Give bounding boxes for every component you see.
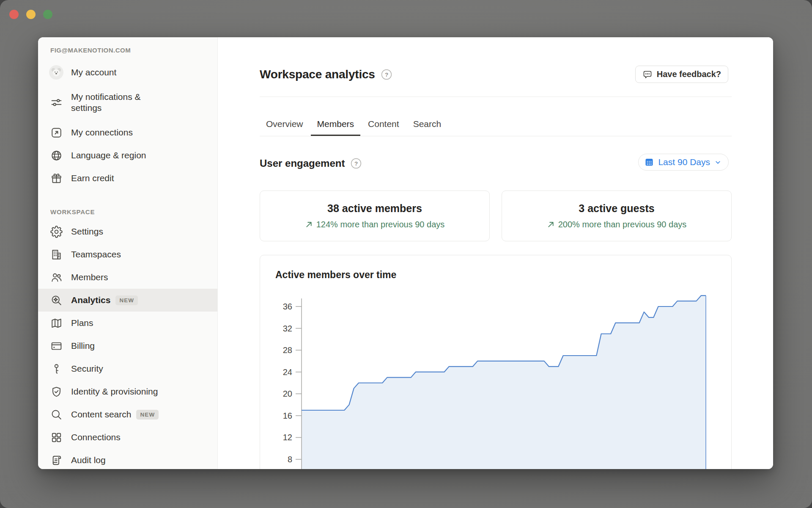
arrow-up-right-icon xyxy=(49,125,63,140)
sidebar-item-security[interactable]: Security xyxy=(38,357,217,380)
help-icon[interactable]: ? xyxy=(351,158,362,169)
stat-delta: 200% more than previous 90 days xyxy=(547,220,687,229)
sidebar-item-earn-credit[interactable]: Earn credit xyxy=(38,167,217,190)
sidebar-item-teamspaces[interactable]: Teamspaces xyxy=(38,243,217,266)
workspace-nav-section: SettingsTeamspacesMembersAnalyticsNEWPla… xyxy=(38,220,217,469)
account-email: FIG@MAKENOTION.COM xyxy=(38,45,217,56)
trend-up-icon xyxy=(305,221,313,229)
sidebar-item-label: My account xyxy=(71,67,116,78)
minimize-button[interactable] xyxy=(26,10,36,19)
globe-icon xyxy=(49,148,63,163)
sliders-icon xyxy=(49,95,63,110)
sidebar-item-label: Settings xyxy=(71,226,103,237)
audit-log-icon xyxy=(49,453,63,467)
y-axis-tick-label: 20 xyxy=(283,389,292,398)
have-feedback-button[interactable]: Have feedback? xyxy=(635,66,728,83)
new-badge: NEW xyxy=(136,410,159,420)
tab-overview[interactable]: Overview xyxy=(260,112,310,136)
page-title: Workspace analytics xyxy=(260,68,375,81)
y-axis-tick-label: 28 xyxy=(283,345,292,355)
grid-icon xyxy=(49,430,63,444)
settings-sidebar: FIG@MAKENOTION.COM My accountMy notifica… xyxy=(38,37,218,469)
calendar-icon xyxy=(644,157,654,167)
trend-up-icon xyxy=(547,221,555,229)
stat-delta-text: 124% more than previous 90 days xyxy=(316,220,445,229)
stat-delta-text: 200% more than previous 90 days xyxy=(558,220,687,229)
sidebar-item-connections[interactable]: Connections xyxy=(38,426,217,449)
sidebar-item-label: Identity & provisioning xyxy=(71,386,158,397)
user-engagement-header: User engagement ? Last 90 Days xyxy=(260,154,732,173)
svg-text:?: ? xyxy=(354,160,358,167)
sidebar-item-label: My notifications & settings xyxy=(71,91,160,114)
sidebar-item-label: Security xyxy=(71,363,103,374)
workspace-section-label: WORKSPACE xyxy=(38,207,217,217)
sidebar-item-label: Members xyxy=(71,272,108,283)
sidebar-item-audit-log[interactable]: Audit log xyxy=(38,449,217,469)
sidebar-item-analytics[interactable]: AnalyticsNEW xyxy=(38,289,217,312)
sidebar-item-language-region[interactable]: Language & region xyxy=(38,144,217,167)
notion-settings-window: FIG@MAKENOTION.COM My accountMy notifica… xyxy=(38,37,773,469)
sidebar-item-label: Plans xyxy=(71,318,93,329)
y-axis-tick-label: 36 xyxy=(283,302,292,311)
desktop-background: FIG@MAKENOTION.COM My accountMy notifica… xyxy=(0,0,812,508)
sidebar-item-my-account[interactable]: My account xyxy=(38,61,217,84)
new-badge: NEW xyxy=(115,295,138,305)
have-feedback-label: Have feedback? xyxy=(657,69,721,79)
page-header: Workspace analytics ? Have feedback? xyxy=(260,65,732,84)
sidebar-item-members[interactable]: Members xyxy=(38,266,217,289)
y-axis-tick-label: 8 xyxy=(288,455,292,464)
stat-card-3-active-guests: 3 active guests200% more than previous 9… xyxy=(502,190,732,241)
sidebar-item-label: Language & region xyxy=(71,150,146,161)
gift-icon xyxy=(49,171,63,185)
stat-delta: 124% more than previous 90 days xyxy=(305,220,445,229)
y-axis-tick-label: 12 xyxy=(283,433,292,442)
credit-card-icon xyxy=(49,339,63,353)
search-icon xyxy=(49,407,63,422)
analytics-icon xyxy=(49,293,63,307)
avatar xyxy=(49,65,63,80)
building-icon xyxy=(49,247,63,262)
sidebar-item-label: Audit log xyxy=(71,455,106,466)
y-axis-tick-label: 32 xyxy=(283,324,292,333)
header-divider xyxy=(260,97,732,97)
y-axis-tick-label: 16 xyxy=(283,411,292,420)
stat-value: 3 active guests xyxy=(579,202,654,215)
sidebar-item-settings[interactable]: Settings xyxy=(38,220,217,243)
date-range-dropdown[interactable]: Last 90 Days xyxy=(638,154,729,171)
sidebar-item-identity-provisioning[interactable]: Identity & provisioning xyxy=(38,380,217,403)
tab-content[interactable]: Content xyxy=(362,112,406,136)
sidebar-item-plans[interactable]: Plans xyxy=(38,312,217,334)
zoom-button[interactable] xyxy=(43,10,52,19)
date-range-label: Last 90 Days xyxy=(658,157,710,167)
user-engagement-title: User engagement xyxy=(260,157,345,169)
account-nav-section: My accountMy notifications & settingsMy … xyxy=(38,61,217,190)
help-icon[interactable]: ? xyxy=(381,69,392,80)
sidebar-item-my-connections[interactable]: My connections xyxy=(38,121,217,144)
chevron-down-icon xyxy=(714,158,722,166)
tab-members[interactable]: Members xyxy=(311,112,361,136)
svg-text:?: ? xyxy=(385,72,388,78)
sidebar-item-label: Connections xyxy=(71,432,121,443)
window-controls xyxy=(9,10,52,19)
map-icon xyxy=(49,316,63,330)
active-members-chart-card: Active members over time 812162024283236 xyxy=(260,255,732,469)
sidebar-item-label: Teamspaces xyxy=(71,249,121,260)
gear-icon xyxy=(49,224,63,239)
sidebar-item-label: Earn credit xyxy=(71,173,114,184)
settings-main-panel: Workspace analytics ? Have feedback? Ove… xyxy=(218,37,773,469)
stat-cards: 38 active members124% more than previous… xyxy=(260,190,732,241)
stat-value: 38 active members xyxy=(327,202,422,215)
tab-search[interactable]: Search xyxy=(407,112,448,136)
sidebar-item-content-search[interactable]: Content searchNEW xyxy=(38,403,217,426)
sidebar-item-billing[interactable]: Billing xyxy=(38,334,217,357)
analytics-tabs: OverviewMembersContentSearch xyxy=(260,112,732,136)
y-axis-tick-label: 24 xyxy=(283,367,292,377)
close-button[interactable] xyxy=(9,10,19,19)
sidebar-item-my-notifications-settings[interactable]: My notifications & settings xyxy=(38,84,217,121)
sidebar-item-label: Analytics xyxy=(71,295,110,306)
key-icon xyxy=(49,362,63,376)
sidebar-item-label: Billing xyxy=(71,340,95,351)
active-members-area-chart: 812162024283236 xyxy=(260,255,732,469)
shield-check-icon xyxy=(49,384,63,399)
stat-card-38-active-members: 38 active members124% more than previous… xyxy=(260,190,490,241)
